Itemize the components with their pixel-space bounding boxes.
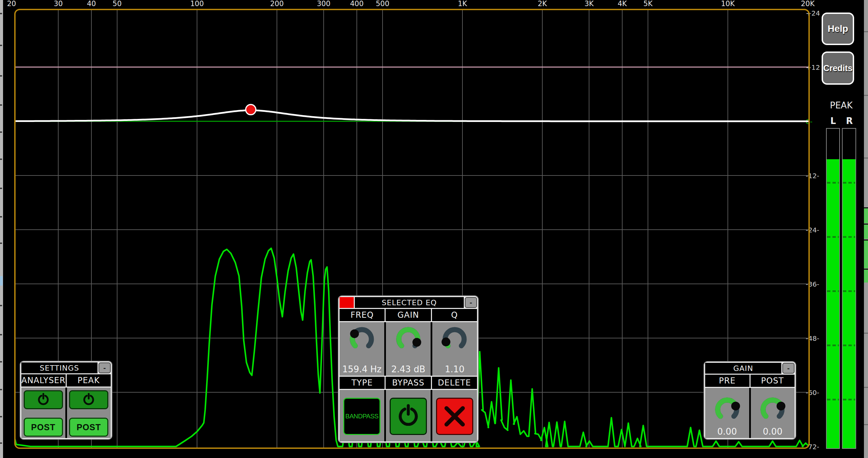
peak-meters-label: PEAK xyxy=(823,100,859,110)
power-icon xyxy=(395,403,421,429)
edge-meter-sliver xyxy=(864,224,868,239)
freq-tick-label: 200 xyxy=(270,0,284,8)
peak-header: PEAK xyxy=(67,374,111,387)
window-sliver-mark xyxy=(0,104,2,106)
band-color-swatch xyxy=(340,297,354,308)
freq-tick-label: 4K xyxy=(617,0,627,8)
meter-scale-dash xyxy=(843,290,855,292)
settings-minimize-button[interactable]: - xyxy=(99,362,111,373)
gain-knob[interactable] xyxy=(394,325,422,353)
peak-meter-right xyxy=(842,128,856,449)
meter-scale-dash xyxy=(827,345,839,346)
scrollbar-notch xyxy=(864,158,868,159)
pre-gain-knob[interactable] xyxy=(713,395,741,424)
settings-panel-title: SETTINGS xyxy=(21,362,97,373)
meter-scale-dash xyxy=(827,236,839,238)
gain-panel-title: GAIN xyxy=(705,363,781,374)
q-header: Q xyxy=(432,309,477,321)
window-sliver-highlight xyxy=(0,276,3,286)
edge-meter-sliver xyxy=(864,207,868,223)
credits-button[interactable]: Credits xyxy=(822,51,854,85)
freq-tick-label: 20K xyxy=(801,0,815,8)
type-cell: BANDPASS xyxy=(340,390,384,441)
window-sliver-mark xyxy=(0,442,2,444)
gain-header: GAIN xyxy=(386,309,431,321)
selected-eq-panel-title: SELECTED EQ xyxy=(355,297,464,308)
freq-tick-label: 400 xyxy=(350,0,364,8)
freq-value: 159.4 Hz xyxy=(342,364,382,374)
gain-knob-cell: 2.43 dB xyxy=(386,322,431,376)
meter-scale-dash xyxy=(827,290,839,292)
gain-minimize-button[interactable]: - xyxy=(782,363,795,374)
knob-indicator-dot xyxy=(441,337,450,346)
meter-level-fill xyxy=(843,159,855,448)
freq-header: FREQ xyxy=(340,309,385,321)
delete-cell xyxy=(432,390,477,441)
freq-knob-cell: 159.4 Hz xyxy=(340,322,384,376)
x-icon xyxy=(440,402,469,431)
selected-eq-panel: SELECTED EQ - FREQ GAIN Q 159.4 Hz 2.43 … xyxy=(338,295,479,443)
db-tick-label: -24- xyxy=(806,226,819,234)
peak-cell: POST xyxy=(67,388,111,438)
bypass-cell xyxy=(386,390,431,441)
freq-tick-label: 300 xyxy=(317,0,330,8)
bypass-power-button[interactable] xyxy=(390,398,427,435)
window-sliver-mark xyxy=(0,13,2,14)
window-sliver-mark xyxy=(0,361,2,362)
pre-header: PRE xyxy=(705,375,750,387)
freq-tick-label: 2K xyxy=(538,0,547,8)
q-value: 1.10 xyxy=(445,364,464,374)
window-sliver-mark xyxy=(0,389,2,390)
eq-plugin-window: 203040501002003004005001K2K3K4K5K10K20K+… xyxy=(0,0,868,458)
window-sliver-mark xyxy=(0,188,2,189)
peak-power-button[interactable] xyxy=(69,390,108,409)
window-sliver-mark xyxy=(0,416,2,417)
filter-type-button[interactable]: BANDPASS xyxy=(343,398,381,435)
window-sliver-mark xyxy=(0,334,2,335)
post-header: POST xyxy=(751,375,795,387)
meter-scale-dash xyxy=(827,399,839,400)
knob-indicator-dot xyxy=(412,338,421,347)
knob-indicator-dot xyxy=(731,402,740,411)
delete-band-button[interactable] xyxy=(436,398,473,435)
freq-knob[interactable] xyxy=(348,325,376,353)
power-icon xyxy=(82,393,96,407)
freq-tick-label: 5K xyxy=(643,0,653,8)
meter-scale-dash xyxy=(843,182,855,184)
q-knob[interactable] xyxy=(440,325,469,353)
analyser-power-button[interactable] xyxy=(24,390,63,409)
db-tick-label: -60- xyxy=(806,389,819,397)
meter-scale-dash xyxy=(827,182,839,184)
power-icon xyxy=(36,393,50,407)
type-header: TYPE xyxy=(340,377,385,389)
scrollbar-notch xyxy=(864,424,868,425)
freq-tick-label: 20 xyxy=(7,0,16,8)
window-sliver-mark xyxy=(0,75,2,77)
freq-tick-label: 40 xyxy=(87,0,96,8)
knob-indicator-dot xyxy=(350,329,359,338)
help-button[interactable]: Help xyxy=(822,13,854,45)
freq-tick-label: 1K xyxy=(458,0,467,8)
peak-post-button[interactable]: POST xyxy=(69,418,108,437)
scrollbar-notch xyxy=(864,31,868,32)
bypass-header: BYPASS xyxy=(386,377,431,389)
meter-scale-dash xyxy=(843,399,855,400)
freq-tick-label: 3K xyxy=(584,0,594,8)
selected-eq-minimize-button[interactable]: - xyxy=(465,297,477,308)
right-edge-strip[interactable] xyxy=(864,0,868,458)
meter-level-fill xyxy=(827,159,839,448)
eq-band-handle[interactable] xyxy=(246,105,256,115)
analyser-post-button[interactable]: POST xyxy=(24,418,63,437)
freq-tick-label: 30 xyxy=(54,0,63,8)
window-sliver-mark xyxy=(0,159,2,160)
window-sliver-mark xyxy=(0,243,2,244)
db-tick-label: +12 xyxy=(806,63,820,71)
left-edge-strip xyxy=(0,0,3,458)
window-sliver-mark xyxy=(0,45,2,46)
knob-indicator-dot xyxy=(777,402,785,411)
db-tick-label: -36- xyxy=(806,280,819,288)
pre-gain-cell: 0.00 xyxy=(705,388,749,438)
edge-meter-sliver xyxy=(864,269,868,283)
post-gain-knob[interactable] xyxy=(758,395,787,424)
gain-value: 2.43 dB xyxy=(391,364,426,374)
